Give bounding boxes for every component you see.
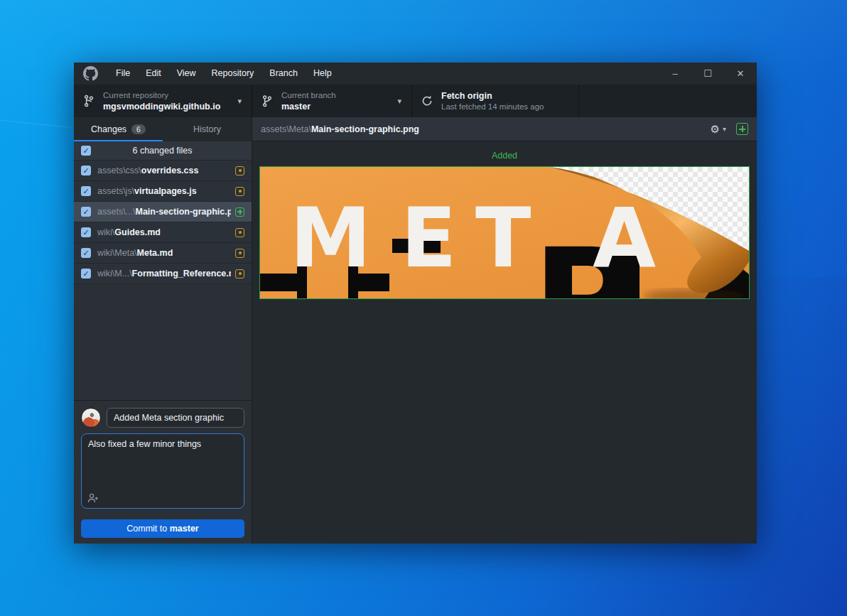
current-repository-label: Current repository — [103, 90, 220, 101]
fetch-origin-subtitle: Last fetched 14 minutes ago — [441, 102, 544, 112]
file-checkbox[interactable]: ✓ — [81, 248, 91, 258]
file-checkbox[interactable]: ✓ — [81, 186, 91, 196]
file-row[interactable]: ✓ assets\js\virtualpages.js — [74, 181, 252, 202]
diff-content: Added — [252, 141, 757, 544]
file-path: assets\js\virtualpages.js — [97, 186, 231, 196]
modified-icon — [235, 187, 244, 196]
maximize-button[interactable]: ☐ — [691, 63, 724, 85]
breadcrumb-prefix: assets\Meta\ — [261, 124, 311, 134]
commit-form: Also fixed a few minor things Commit to … — [74, 400, 252, 544]
current-branch-value: master — [281, 101, 336, 112]
file-name: virtualpages.js — [134, 186, 197, 196]
chevron-down-icon: ▾ — [397, 97, 401, 106]
file-path-prefix: wiki\M...\ — [97, 269, 132, 279]
menu-bar: File Edit View Repository Branch Help – … — [74, 63, 757, 85]
file-name: Meta.md — [137, 248, 173, 258]
file-row[interactable]: ✓ wiki\Meta\Meta.md — [74, 243, 252, 264]
breadcrumb-file: Main-section-graphic.png — [311, 124, 419, 134]
tab-history[interactable]: History — [163, 117, 252, 141]
menu-branch[interactable]: Branch — [261, 63, 306, 85]
current-branch-dropdown[interactable]: Current branch master ▾ — [252, 85, 412, 117]
file-list-empty-space — [74, 284, 252, 400]
sidebar-tabs: Changes 6 History — [74, 117, 252, 141]
commit-description-input[interactable]: Also fixed a few minor things — [81, 433, 244, 509]
current-repository-dropdown[interactable]: Current repository mgsvmoddingwiki.githu… — [74, 85, 252, 117]
file-checkbox[interactable]: ✓ — [81, 166, 91, 175]
file-path: wiki\Guides.md — [97, 227, 231, 237]
tab-history-label: History — [193, 124, 221, 134]
chevron-down-icon: ▾ — [237, 97, 242, 106]
commit-button[interactable]: Commit to master — [81, 519, 244, 538]
diff-status-label: Added — [252, 151, 757, 161]
current-repository-value: mgsvmoddingwiki.github.io — [103, 101, 220, 112]
file-path-prefix: assets\js\ — [97, 186, 134, 196]
select-all-checkbox[interactable]: ✓ — [81, 146, 91, 156]
commit-button-branch: master — [170, 524, 199, 534]
diff-panel: assets\Meta\ Main-section-graphic.png ⚙ … — [252, 117, 757, 544]
meta-graphic: P M E T A — [260, 167, 749, 298]
file-checkbox[interactable]: ✓ — [81, 269, 91, 279]
menu-repository[interactable]: Repository — [204, 63, 262, 85]
close-button[interactable]: ✕ — [724, 63, 757, 85]
toolbar: Current repository mgsvmoddingwiki.githu… — [74, 85, 757, 117]
file-name: Guides.md — [114, 227, 161, 237]
changes-count-badge: 6 — [131, 124, 146, 134]
file-row[interactable]: ✓ wiki\Guides.md — [74, 222, 252, 243]
file-path: assets\...\Main-section-graphic.png — [97, 207, 231, 217]
file-path-prefix: wiki\ — [97, 227, 114, 237]
added-file-indicator-icon — [736, 123, 748, 135]
file-path-prefix: assets\...\ — [97, 207, 136, 217]
file-row[interactable]: ✓ assets\css\overrides.css — [74, 161, 252, 181]
gear-icon: ⚙ — [711, 123, 720, 136]
file-checkbox[interactable]: ✓ — [81, 227, 91, 237]
fetch-origin-button[interactable]: Fetch origin Last fetched 14 minutes ago — [412, 85, 579, 117]
svg-text:T: T — [475, 190, 531, 286]
repository-icon — [82, 94, 95, 107]
file-path-prefix: assets\css\ — [97, 166, 141, 175]
file-name: overrides.css — [141, 166, 199, 175]
file-row[interactable]: ✓ wiki\M...\Formatting_Reference.md — [74, 264, 252, 284]
svg-text:M: M — [290, 190, 371, 286]
menu-help[interactable]: Help — [306, 63, 340, 85]
modified-icon — [235, 228, 244, 237]
added-icon — [235, 207, 244, 217]
commit-summary-input[interactable] — [107, 408, 244, 428]
tab-changes-label: Changes — [91, 124, 126, 134]
fetch-origin-title: Fetch origin — [441, 90, 544, 102]
menu-edit[interactable]: Edit — [138, 63, 169, 85]
file-path: assets\css\overrides.css — [97, 166, 231, 175]
minimize-button[interactable]: – — [659, 63, 691, 85]
changed-files-count: 6 changed files — [97, 146, 227, 156]
modified-icon — [235, 249, 244, 258]
window-controls: – ☐ ✕ — [659, 63, 757, 85]
github-logo-icon — [83, 66, 98, 81]
file-name: Formatting_Reference.md — [132, 269, 231, 279]
file-path: wiki\M...\Formatting_Reference.md — [97, 269, 231, 279]
svg-text:E: E — [401, 190, 457, 286]
commit-button-prefix: Commit to — [126, 524, 169, 534]
tab-changes[interactable]: Changes 6 — [74, 117, 163, 141]
file-checkbox[interactable]: ✓ — [81, 207, 91, 217]
menu-file[interactable]: File — [108, 63, 138, 85]
changes-sidebar: Changes 6 History ✓ 6 changed files ✓ as… — [74, 117, 252, 544]
modified-icon — [235, 166, 244, 175]
sync-icon — [421, 94, 433, 107]
add-coauthor-icon[interactable] — [87, 492, 99, 504]
file-path-bar: assets\Meta\ Main-section-graphic.png ⚙ … — [252, 117, 757, 141]
file-name: Main-section-graphic.png — [136, 207, 232, 217]
file-path: wiki\Meta\Meta.md — [97, 248, 231, 258]
svg-text:A: A — [593, 190, 656, 286]
chevron-down-icon: ▾ — [723, 125, 726, 133]
diff-options-button[interactable]: ⚙ ▾ — [711, 123, 726, 136]
branch-icon — [261, 94, 274, 107]
file-row-selected[interactable]: ✓ assets\...\Main-section-graphic.png — [74, 202, 252, 222]
changed-files-header: ✓ 6 changed files — [74, 141, 252, 161]
image-preview: P M E T A — [259, 166, 750, 299]
current-branch-label: Current branch — [281, 90, 336, 101]
modified-icon — [235, 269, 244, 279]
file-path-prefix: wiki\Meta\ — [97, 248, 137, 258]
github-desktop-window: File Edit View Repository Branch Help – … — [74, 63, 757, 544]
menu-view[interactable]: View — [169, 63, 204, 85]
avatar — [81, 408, 101, 428]
